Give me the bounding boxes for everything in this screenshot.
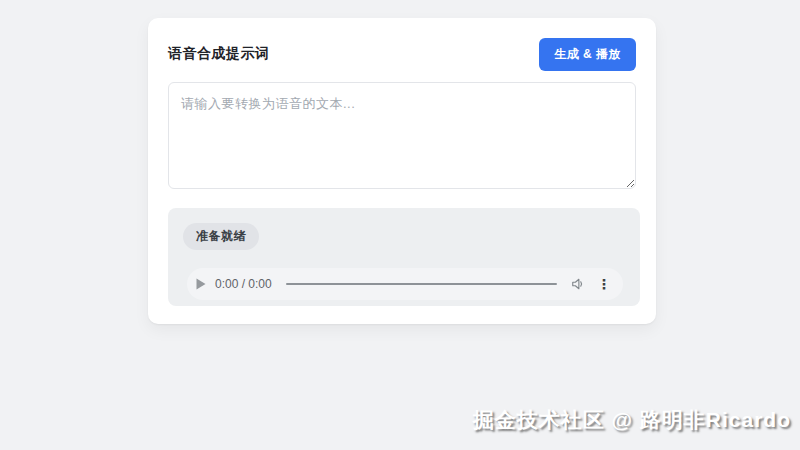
tts-card: 语音合成提示词 生成 & 播放 准备就绪 0:00 / 0:00 ⋮ (148, 18, 656, 324)
app-background: { "window": { "background_color": "#f1f2… (0, 0, 800, 450)
tts-text-input[interactable] (168, 82, 636, 189)
page-title: 语音合成提示词 (168, 45, 270, 63)
play-icon[interactable] (196, 278, 206, 290)
generate-play-button[interactable]: 生成 & 播放 (539, 38, 636, 71)
volume-icon[interactable] (571, 277, 585, 291)
audio-progress-bar[interactable] (286, 283, 557, 285)
result-panel: 准备就绪 0:00 / 0:00 ⋮ (168, 208, 640, 306)
audio-player[interactable]: 0:00 / 0:00 ⋮ (187, 268, 623, 300)
audio-time: 0:00 / 0:00 (215, 277, 272, 291)
status-badge: 准备就绪 (183, 223, 259, 250)
watermark: 掘金技术社区 @ 路明非Ricardo (473, 406, 791, 434)
audio-more-options-icon[interactable]: ⋮ (597, 277, 611, 291)
card-header: 语音合成提示词 生成 & 播放 (168, 40, 636, 68)
